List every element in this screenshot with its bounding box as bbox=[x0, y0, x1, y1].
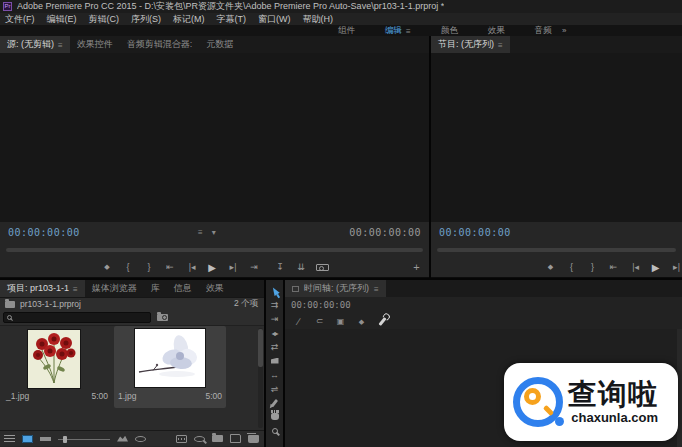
menu-item[interactable]: 序列(S) bbox=[131, 13, 161, 26]
workspace-tab[interactable]: 组件 bbox=[338, 25, 355, 37]
go-to-in[interactable] bbox=[607, 257, 620, 277]
zoom-slider[interactable] bbox=[58, 434, 110, 444]
breadcrumb[interactable]: pr103-1-1.prproj bbox=[20, 299, 81, 309]
step-back[interactable] bbox=[628, 257, 641, 277]
play[interactable] bbox=[649, 257, 662, 277]
panel-tab[interactable]: 元数据 bbox=[199, 36, 240, 53]
step-forward[interactable] bbox=[670, 257, 682, 277]
timeline-settings bbox=[378, 317, 386, 326]
zoom-scrollbar-thumb[interactable] bbox=[6, 248, 423, 252]
roses-image bbox=[28, 330, 80, 388]
go-to-out[interactable] bbox=[248, 257, 261, 277]
add-marker[interactable] bbox=[544, 257, 557, 277]
workspace-tab[interactable]: 颜色 bbox=[441, 25, 458, 37]
menu-item[interactable]: 编辑(E) bbox=[47, 13, 77, 26]
automate-to-sequence[interactable] bbox=[176, 435, 187, 443]
panel-tab[interactable]: 媒体浏览器 bbox=[85, 280, 144, 297]
project-scrollbar-thumb[interactable] bbox=[258, 329, 263, 367]
watermark-brand: 查询啦 bbox=[568, 379, 658, 409]
search-icon bbox=[7, 315, 12, 320]
nest-toggle bbox=[298, 316, 300, 327]
clear[interactable] bbox=[248, 435, 259, 443]
menu-item[interactable]: 剪辑(C) bbox=[89, 13, 120, 26]
panel-menu-icon[interactable] bbox=[406, 26, 411, 36]
clip-name: _1.jpg bbox=[6, 391, 29, 401]
menu-item[interactable]: 字幕(T) bbox=[217, 13, 247, 26]
panel-tab[interactable]: 效果控件 bbox=[70, 36, 120, 53]
sort-icons[interactable] bbox=[135, 436, 146, 442]
premiere-app-icon: Pr bbox=[3, 2, 12, 11]
add-marker[interactable] bbox=[101, 257, 114, 277]
workspace-tab-label: 编辑 bbox=[385, 25, 402, 37]
workspace-tab[interactable]: 编辑 bbox=[385, 25, 411, 37]
project-panel: 项目: pr103-1-1 媒体浏览器 库 信息 bbox=[0, 280, 264, 447]
workspace-tab[interactable]: 音频 bbox=[535, 25, 552, 37]
icon-view[interactable] bbox=[22, 435, 33, 443]
playback-resolution-dropdown-icon[interactable] bbox=[198, 228, 203, 237]
new-search-bin-button[interactable] bbox=[157, 314, 168, 321]
timeline-toolbar bbox=[285, 313, 682, 329]
timeline-tab-bar: 时间轴: (无序列) bbox=[285, 280, 682, 297]
panel-tab[interactable]: 音频剪辑混合器: bbox=[120, 36, 200, 53]
step-back[interactable] bbox=[185, 257, 198, 277]
panel-tab[interactable]: 库 bbox=[144, 280, 167, 297]
project-item[interactable]: _1.jpg 5:00 bbox=[2, 328, 112, 408]
zoom-tool bbox=[272, 428, 278, 434]
button-editor-plus-button[interactable] bbox=[410, 257, 423, 277]
panel-tab[interactable]: 项目: pr103-1-1 bbox=[0, 280, 85, 297]
new-bin[interactable] bbox=[212, 435, 223, 442]
step-forward[interactable] bbox=[227, 257, 240, 277]
panel-menu-icon[interactable] bbox=[498, 40, 503, 50]
panel-tab[interactable]: 节目: (无序列) bbox=[431, 36, 510, 53]
clip-thumbnail[interactable] bbox=[28, 330, 80, 388]
workspace-overflow-chevron[interactable]: » bbox=[562, 25, 566, 36]
workspace-tabs: 组件 编辑 颜色 效果 音频 bbox=[338, 25, 552, 36]
find[interactable] bbox=[194, 436, 205, 442]
clip-thumbnail[interactable] bbox=[135, 329, 205, 387]
menu-item[interactable]: 窗口(W) bbox=[258, 13, 291, 26]
zoom-in[interactable] bbox=[117, 436, 128, 442]
panel-tab[interactable]: 时间轴: (无序列) bbox=[285, 280, 386, 297]
mark-out[interactable] bbox=[143, 257, 156, 277]
menu-item[interactable]: 标记(M) bbox=[173, 13, 205, 26]
mark-in[interactable] bbox=[565, 257, 578, 277]
go-to-in[interactable] bbox=[164, 257, 177, 277]
project-scrollbar[interactable] bbox=[258, 328, 263, 428]
snap bbox=[316, 316, 324, 326]
overwrite[interactable] bbox=[295, 257, 308, 277]
menu-item[interactable]: 文件(F) bbox=[5, 13, 35, 26]
panel-tab[interactable]: 信息 bbox=[167, 280, 199, 297]
fit-dropdown-icon[interactable] bbox=[212, 228, 216, 237]
chaxunla-logo-icon bbox=[513, 377, 563, 427]
source-zoom-scrollbar[interactable] bbox=[0, 243, 429, 257]
source-duration-timecode: 00:00:00:00 bbox=[349, 227, 421, 238]
source-transport-bar bbox=[0, 257, 429, 278]
workspace-tab-label: 组件 bbox=[338, 25, 355, 37]
mark-in[interactable] bbox=[122, 257, 135, 277]
menu-item[interactable]: 帮助(H) bbox=[303, 13, 334, 26]
program-zoom-scrollbar[interactable] bbox=[431, 243, 682, 257]
tools-panel bbox=[266, 280, 283, 447]
search-input[interactable] bbox=[12, 313, 150, 322]
panel-tab-label: 效果控件 bbox=[77, 38, 113, 51]
play[interactable] bbox=[206, 257, 219, 277]
zoom-out[interactable] bbox=[40, 437, 51, 441]
insert[interactable] bbox=[274, 257, 287, 277]
item-count: 2 个项 bbox=[234, 298, 258, 310]
menu-bar: 文件(F)编辑(E)剪辑(C)序列(S)标记(M)字幕(T)窗口(W)帮助(H) bbox=[0, 13, 682, 25]
panel-menu-icon[interactable] bbox=[374, 284, 379, 294]
panel-menu-icon[interactable] bbox=[73, 284, 78, 294]
new-item[interactable] bbox=[230, 434, 241, 443]
zoom-scrollbar-thumb[interactable] bbox=[437, 248, 676, 252]
project-item[interactable]: 1.jpg 5:00 bbox=[114, 326, 226, 408]
flower-image bbox=[135, 329, 205, 387]
rolling-edit-tool bbox=[271, 328, 277, 338]
panel-tab[interactable]: 源: (无剪辑) bbox=[0, 36, 70, 53]
panel-tab[interactable]: 效果 bbox=[199, 280, 231, 297]
search-box[interactable] bbox=[3, 312, 151, 323]
export-frame[interactable] bbox=[316, 264, 329, 271]
list-view[interactable] bbox=[4, 435, 15, 442]
workspace-tab[interactable]: 效果 bbox=[488, 25, 505, 37]
panel-menu-icon[interactable] bbox=[58, 40, 63, 50]
mark-out[interactable] bbox=[586, 257, 599, 277]
